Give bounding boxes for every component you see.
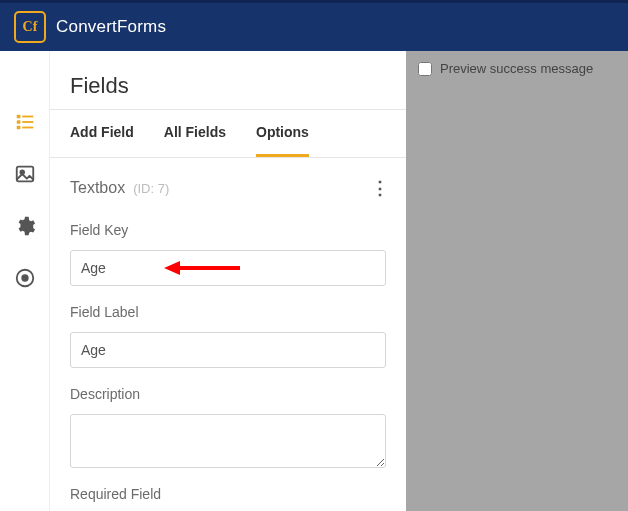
section-id: (ID: 7): [133, 181, 169, 196]
svg-point-9: [22, 275, 28, 281]
field-key-input[interactable]: [70, 250, 386, 286]
tab-add-field[interactable]: Add Field: [70, 110, 134, 157]
app-logo: Cf: [14, 11, 46, 43]
section-header: Textbox (ID: 7) ⋮: [50, 158, 406, 212]
preview-success-label: Preview success message: [440, 61, 593, 76]
left-sidebar: [0, 51, 49, 511]
svg-rect-4: [16, 126, 20, 130]
svg-rect-6: [16, 167, 33, 182]
gear-icon[interactable]: [14, 215, 36, 237]
image-icon[interactable]: [14, 163, 36, 185]
preview-success-checkbox[interactable]: Preview success message: [418, 61, 593, 76]
required-label: Required Field: [70, 486, 386, 502]
app-topbar: Cf ConvertForms: [0, 0, 628, 51]
svg-rect-0: [16, 115, 20, 119]
field-key-label: Field Key: [70, 222, 386, 238]
description-input[interactable]: [70, 414, 386, 468]
field-label-input[interactable]: [70, 332, 386, 368]
target-icon[interactable]: [14, 267, 36, 289]
tab-options[interactable]: Options: [256, 110, 309, 157]
preview-area: Preview success message: [406, 51, 628, 511]
svg-rect-3: [22, 121, 33, 123]
section-title: Textbox: [70, 179, 125, 197]
preview-success-checkbox-input[interactable]: [418, 62, 432, 76]
svg-rect-5: [22, 127, 33, 129]
fields-icon[interactable]: [14, 111, 36, 133]
app-brand: ConvertForms: [56, 17, 166, 37]
field-label-label: Field Label: [70, 304, 386, 320]
svg-rect-1: [22, 116, 33, 118]
panel-tabs: Add Field All Fields Options: [50, 109, 406, 158]
fields-panel: Fields Add Field All Fields Options Text…: [49, 51, 406, 511]
description-label: Description: [70, 386, 386, 402]
panel-title: Fields: [50, 51, 406, 109]
kebab-menu-icon[interactable]: ⋮: [368, 176, 392, 200]
tab-all-fields[interactable]: All Fields: [164, 110, 226, 157]
svg-rect-2: [16, 120, 20, 124]
